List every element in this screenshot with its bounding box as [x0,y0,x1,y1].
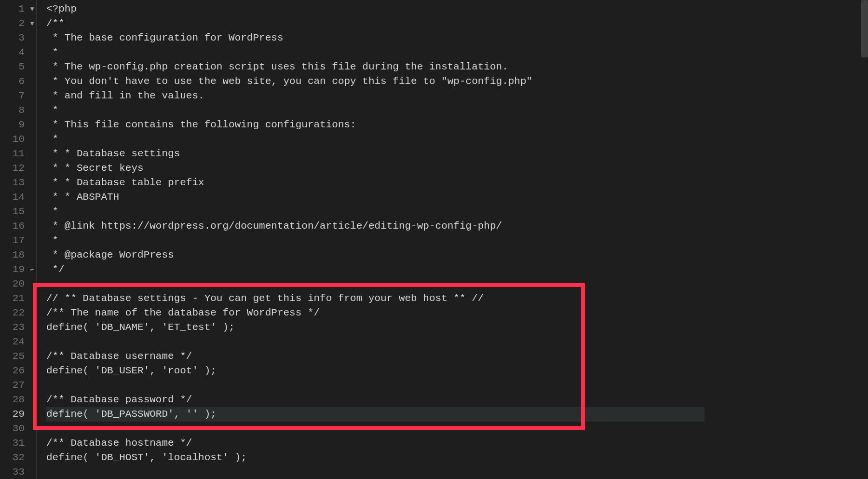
line-number[interactable]: 29 [0,407,36,422]
fold-marker-icon[interactable]: ▼ [30,16,34,31]
code-editor[interactable]: 1▼2▼345678910111213141516171819⌐20212223… [0,0,868,479]
line-number[interactable]: 18 [0,248,36,262]
line-number[interactable]: 33 [0,465,36,479]
code-line[interactable] [46,277,705,291]
code-line[interactable]: * [46,45,705,60]
line-number[interactable]: 28 [0,393,36,407]
code-line[interactable]: * The wp-config.php creation script uses… [46,60,705,74]
line-number[interactable]: 11 [0,147,36,161]
line-number[interactable]: 15 [0,205,36,219]
line-number[interactable]: 20 [0,277,36,291]
code-line[interactable]: * * Secret keys [46,161,705,176]
code-line[interactable]: define( 'DB_PASSWORD', '' ); [46,407,705,422]
line-number[interactable]: 16 [0,219,36,233]
line-number[interactable]: 32 [0,451,36,465]
code-line[interactable]: define( 'DB_HOST', 'localhost' ); [46,451,705,465]
code-line[interactable]: * * Database settings [46,147,705,161]
code-area[interactable]: <?php/** * The base configuration for Wo… [37,0,705,479]
line-number[interactable]: 30 [0,422,36,436]
code-line[interactable]: * @link https://wordpress.org/documentat… [46,219,705,233]
line-number[interactable]: 31 [0,436,36,451]
code-line[interactable]: * * Database table prefix [46,176,705,190]
code-line[interactable]: * [46,233,705,248]
code-line[interactable]: * The base configuration for WordPress [46,31,705,45]
fold-marker-icon[interactable]: ▼ [30,2,34,16]
line-number[interactable]: 3 [0,31,36,45]
line-number[interactable]: 2▼ [0,16,36,31]
line-number[interactable]: 12 [0,161,36,176]
line-number[interactable]: 27 [0,378,36,393]
code-line[interactable]: /** [46,16,705,31]
line-number[interactable]: 24 [0,335,36,349]
code-line[interactable]: * [46,132,705,147]
line-number[interactable]: 25 [0,349,36,364]
code-line[interactable]: define( 'DB_USER', 'root' ); [46,364,705,378]
line-number[interactable]: 22 [0,306,36,320]
line-number[interactable]: 19⌐ [0,262,36,277]
fold-marker-icon[interactable]: ⌐ [30,262,34,277]
code-line[interactable]: /** Database hostname */ [46,436,705,451]
line-number[interactable]: 23 [0,320,36,335]
line-number[interactable]: 17 [0,233,36,248]
line-number[interactable]: 13 [0,176,36,190]
line-number[interactable]: 14 [0,190,36,205]
code-line[interactable]: * and fill in the values. [46,89,705,103]
code-line[interactable]: // ** Database settings - You can get th… [46,291,705,306]
code-line[interactable]: /** Database username */ [46,349,705,364]
vertical-scrollbar-track[interactable] [861,0,868,479]
line-number[interactable]: 8 [0,103,36,118]
line-number[interactable]: 4 [0,45,36,60]
line-number[interactable]: 21 [0,291,36,306]
code-line[interactable] [46,335,705,349]
line-number[interactable]: 26 [0,364,36,378]
code-line[interactable]: * @package WordPress [46,248,705,262]
code-line[interactable]: * [46,205,705,219]
code-line[interactable] [46,465,705,479]
code-line[interactable]: * This file contains the following confi… [46,118,705,132]
code-line[interactable]: define( 'DB_NAME', 'ET_test' ); [46,320,705,335]
line-number[interactable]: 7 [0,89,36,103]
code-line[interactable]: /** Database password */ [46,393,705,407]
code-line[interactable]: <?php [46,2,705,16]
vertical-scrollbar-thumb[interactable] [861,0,868,57]
line-number[interactable]: 6 [0,74,36,89]
code-line[interactable]: /** The name of the database for WordPre… [46,306,705,320]
code-line[interactable] [46,378,705,393]
line-number[interactable]: 1▼ [0,2,36,16]
line-number-gutter[interactable]: 1▼2▼345678910111213141516171819⌐20212223… [0,0,37,479]
code-line[interactable] [46,422,705,436]
code-line[interactable]: * You don't have to use the web site, yo… [46,74,705,89]
code-line[interactable]: * [46,103,705,118]
line-number[interactable]: 5 [0,60,36,74]
line-number[interactable]: 9 [0,118,36,132]
code-line[interactable]: */ [46,262,705,277]
code-line[interactable]: * * ABSPATH [46,190,705,205]
line-number[interactable]: 10 [0,132,36,147]
